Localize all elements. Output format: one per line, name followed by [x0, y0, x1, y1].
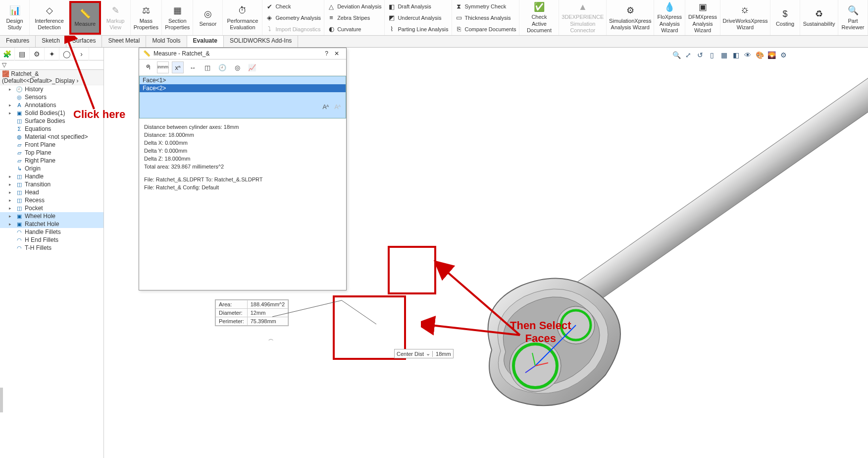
tree-tab-feature-manager-icon[interactable]: 🧩 [0, 48, 15, 60]
tree-h-end-fillets[interactable]: ◠H End Fillets [0, 236, 103, 244]
section-properties-button[interactable]: ▦SectionProperties [162, 0, 193, 36]
tab-sheet-metal[interactable]: Sheet Metal [102, 36, 146, 47]
tree-ratchet-hole[interactable]: ▸▣Ratchet Hole [0, 220, 103, 228]
plane-icon: ▱ [16, 141, 23, 148]
interference-icon: ◇ [44, 5, 55, 17]
arc-mode-icon[interactable]: ᖗ [142, 61, 154, 73]
help-icon[interactable]: ? [325, 50, 328, 57]
projected-icon[interactable]: ◫ [202, 61, 213, 73]
tree-scroll-handle[interactable] [0, 388, 3, 412]
tree-history[interactable]: ▸🕘History [0, 85, 103, 93]
tree-tab-property-manager-icon[interactable]: ▤ [15, 48, 30, 60]
tab-surfaces[interactable]: Surfaces [66, 36, 102, 47]
tree-right-plane[interactable]: ▱Right Plane [0, 157, 103, 165]
tree-front-plane[interactable]: ▱Front Plane [0, 141, 103, 149]
sustainability-button[interactable]: ♻Sustainability [800, 0, 838, 36]
collapse-icon[interactable]: ︿ [268, 335, 274, 343]
callout-per-label: Perimeter: [216, 317, 248, 326]
selection-face2[interactable]: Face<2> [140, 84, 346, 92]
close-icon[interactable]: ✕ [331, 50, 342, 57]
curvature-button[interactable]: ◐Curvature [327, 25, 381, 33]
xyz-mode-icon[interactable]: xⁿ [172, 61, 184, 73]
center-dist-dropdown-icon[interactable]: ⌄ [424, 350, 432, 357]
floxpress-button[interactable]: 💧FloXpressAnalysisWizard [654, 0, 685, 36]
fillet-icon: ◠ [16, 244, 23, 251]
tree-handle[interactable]: ▸◫Handle [0, 172, 103, 180]
measure-titlebar[interactable]: 📏 Measure - Ratchet_& ? ✕ [139, 48, 346, 59]
tree-recess[interactable]: ▸◫Recess [0, 196, 103, 204]
perf-icon: ⏱ [237, 5, 249, 17]
check-icon: ✔ [265, 2, 273, 10]
costing-icon: $ [779, 8, 791, 20]
measure-title: Measure - Ratchet_& [153, 50, 209, 57]
tree-equations[interactable]: ΣEquations [0, 125, 103, 133]
tab-features[interactable]: Features [0, 36, 36, 47]
tree-tab-dimxpert-icon[interactable]: ✦ [45, 48, 59, 60]
check-button[interactable]: ✔Check [265, 2, 321, 10]
tab-mold-tools[interactable]: Mold Tools [146, 36, 187, 47]
dfmxpress-button[interactable]: ▣DFMXpressAnalysisWizard [685, 0, 720, 36]
tree-tab-config-manager-icon[interactable]: ⚙ [30, 48, 45, 60]
parting-line-button[interactable]: ⌇Parting Line Analysis [388, 25, 448, 33]
tree-filter[interactable]: ▽ [0, 60, 103, 70]
tree-wheel-hole[interactable]: ▸▣Wheel Hole [0, 212, 103, 220]
center-dist-label: Center Dist [397, 351, 424, 357]
origin-icon: ↳ [16, 165, 23, 172]
tree-th-fillets[interactable]: ◠T-H Fillets [0, 244, 103, 252]
chart-icon[interactable]: 📈 [246, 61, 258, 73]
tree-root[interactable]: 🧱 Ratchet_& (Default<<Default>_Display › [0, 70, 103, 85]
section-icon: ▦ [171, 5, 183, 17]
simulationxpress-button[interactable]: ⚙SimulationXpressAnalysis Wizard [607, 0, 654, 36]
history-icon: 🕘 [16, 86, 23, 93]
compare-documents-button[interactable]: ⎘Compare Documents [455, 25, 516, 33]
tree-head[interactable]: ▸◫Head [0, 188, 103, 196]
tree-tab-overflow-icon[interactable]: › [74, 48, 89, 60]
thickness-analysis-button[interactable]: ▭Thickness Analysis [455, 14, 516, 22]
symmetry-check-button[interactable]: ⧗Symmetry Check [455, 2, 516, 10]
measure-dialog[interactable]: 📏 Measure - Ratchet_& ? ✕ ᖗ inmm xⁿ ↔ ◫ … [139, 48, 347, 290]
deviation-analysis-button[interactable]: △Deviation Analysis [327, 2, 381, 10]
point-to-point-icon[interactable]: ↔ [187, 61, 199, 73]
graphics-viewport[interactable]: 🔍 ⤢ ↺ ▯ ▦ ◧ 👁 🎨 🌄 ⚙ [104, 48, 868, 458]
font-increase-icon[interactable]: Aᴬ [321, 103, 330, 112]
flox-icon: 💧 [664, 2, 675, 13]
tree-top-plane[interactable]: ▱Top Plane [0, 149, 103, 157]
sensors-icon: ◎ [16, 94, 23, 101]
design-study-button[interactable]: 📊DesignStudy [0, 0, 30, 36]
solid-bodies-icon: ▣ [16, 110, 23, 116]
tab-addins[interactable]: SOLIDWORKS Add-Ins [224, 36, 298, 47]
svg-rect-0 [553, 48, 868, 322]
costing-button[interactable]: $Costing [770, 0, 800, 36]
units-button[interactable]: inmm [157, 61, 169, 73]
dfmx-icon: ▣ [697, 2, 709, 13]
performance-eval-button[interactable]: ⏱PerformanceEvaluation [223, 0, 262, 36]
create-sensor-icon[interactable]: ◎ [231, 61, 243, 73]
sensor-button[interactable]: ◎Sensor [193, 0, 223, 36]
tree-origin[interactable]: ↳Origin [0, 165, 103, 172]
selection-face1[interactable]: Face<1> [140, 76, 346, 84]
undercut-analysis-button[interactable]: ◩Undercut Analysis [388, 14, 448, 22]
tree-handle-fillets[interactable]: ◠Handle Fillets [0, 228, 103, 236]
geometry-analysis-button[interactable]: ◈Geometry Analysis [265, 14, 321, 22]
history-icon[interactable]: 🕘 [216, 61, 228, 73]
zebra-stripes-button[interactable]: ≡Zebra Stripes [327, 14, 381, 22]
tree-transition[interactable]: ▸◫Transition [0, 180, 103, 188]
interference-detection-button[interactable]: ◇InterferenceDetection [30, 0, 69, 36]
driveworksxpress-button[interactable]: ⛭DriveWorksXpressWizard [720, 0, 770, 36]
check-active-doc-button[interactable]: ✅Check ActiveDocument [519, 0, 559, 36]
tree-material[interactable]: ◍Material <not specified> [0, 133, 103, 141]
tree-sensors[interactable]: ◎Sensors [0, 93, 103, 101]
tree-pocket[interactable]: ▸◫Pocket [0, 204, 103, 212]
draft-analysis-button[interactable]: ◧Draft Analysis [388, 2, 448, 10]
measure-selection-list[interactable]: Face<1> Face<2> [139, 76, 346, 118]
tab-evaluate[interactable]: Evaluate [187, 36, 224, 47]
markup-icon: ✎ [109, 5, 121, 17]
tree-tab-display-manager-icon[interactable]: ◯ [59, 48, 74, 60]
undercut-icon: ◩ [388, 14, 396, 22]
ds3dx-icon: ▲ [577, 2, 589, 13]
tab-sketch[interactable]: Sketch [36, 36, 66, 47]
mass-properties-button[interactable]: ⚖MassProperties [131, 0, 162, 36]
measure-button[interactable]: 📏Measure [69, 1, 101, 35]
font-decrease-icon[interactable]: Aᴬ [333, 103, 342, 112]
part-reviewer-button[interactable]: 🔍PartReviewer [838, 0, 868, 36]
